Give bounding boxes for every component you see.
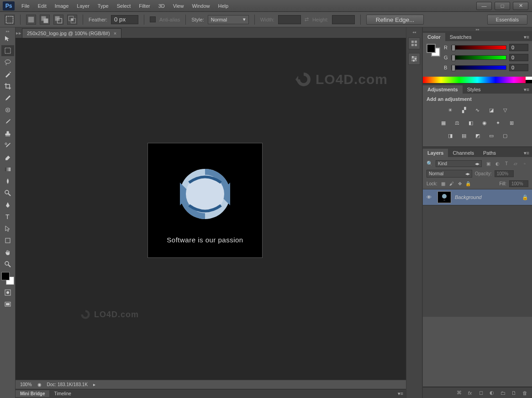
lock-all-icon[interactable]: 🔒 [465,181,471,187]
status-icon[interactable]: ◉ [37,382,42,387]
photo-filter-icon[interactable]: ◉ [480,118,489,127]
spectrum-bar[interactable] [423,77,532,83]
pen-tool[interactable] [1,199,14,210]
filter-adjust-icon[interactable]: ◐ [494,160,501,167]
doc-info-arrow[interactable]: ▸ [93,382,95,387]
workspace-switcher[interactable]: Essentials [487,15,527,25]
maximize-button[interactable]: □ [495,2,510,10]
zoom-level[interactable]: 100% [20,382,32,387]
close-tab-icon[interactable]: × [114,31,116,36]
crop-tool[interactable] [1,81,14,92]
close-button[interactable]: ✕ [513,2,528,10]
tab-timeline[interactable]: Timeline [49,390,75,397]
subtract-selection-icon[interactable] [53,15,63,25]
delete-layer-icon[interactable]: 🗑 [521,389,528,397]
posterize-icon[interactable]: ▤ [459,131,469,140]
marquee-tool[interactable] [1,45,14,56]
menu-type[interactable]: Type [94,1,113,10]
menu-help[interactable]: Help [214,1,233,10]
threshold-icon[interactable]: ◩ [473,131,482,140]
panels-handle[interactable]: ▸▸ [423,27,532,31]
selective-color-icon[interactable]: ▢ [500,131,510,140]
curves-icon[interactable]: ∿ [473,105,482,115]
properties-panel-icon[interactable] [408,53,420,65]
layer-style-icon[interactable]: fx [466,389,474,397]
tab-color[interactable]: Color [423,33,445,41]
color-panel-swatches[interactable] [427,44,440,57]
menu-edit[interactable]: Edit [34,1,51,10]
panel-foreground-color[interactable] [427,44,436,53]
toolbar-handle[interactable]: ▸▸ [0,29,15,33]
invert-icon[interactable]: ◨ [446,131,455,140]
gradient-map-icon[interactable]: ▭ [487,131,496,140]
brightness-icon[interactable]: ☀ [446,105,455,115]
lock-paint-icon[interactable]: 🖌 [448,181,455,187]
dodge-tool[interactable] [1,188,14,199]
menu-3d[interactable]: 3D [154,1,169,10]
tab-mini-bridge[interactable]: Mini Bridge [16,390,49,397]
new-selection-icon[interactable] [26,15,36,25]
path-selection-tool[interactable] [1,223,14,234]
b-value[interactable]: 0 [509,64,528,71]
layer-thumbnail[interactable]: ••• [437,191,451,203]
lock-position-icon[interactable]: ✥ [457,181,463,187]
magic-wand-tool[interactable] [1,69,14,80]
hue-icon[interactable]: ▦ [439,118,448,127]
r-slider[interactable] [451,45,506,50]
exposure-icon[interactable]: ◪ [487,105,496,115]
menu-layer[interactable]: Layer [73,1,94,10]
filter-type-icon[interactable]: T [503,160,510,167]
bottom-panel-menu-icon[interactable]: ▾≡ [395,390,406,398]
shape-tool[interactable] [1,235,14,246]
tab-layers[interactable]: Layers [423,149,448,157]
type-tool[interactable]: T [1,211,14,222]
minimize-button[interactable]: — [476,2,492,10]
eyedropper-tool[interactable] [1,93,14,104]
menu-select[interactable]: Select [113,1,135,10]
filter-shape-icon[interactable]: ▱ [512,160,519,167]
intersect-selection-icon[interactable] [67,15,77,25]
g-value[interactable]: 0 [509,54,528,61]
menu-view[interactable]: View [169,1,188,10]
hand-tool[interactable] [1,247,14,258]
blend-mode-select[interactable]: Normal◂▸ [427,170,472,178]
gradient-tool[interactable] [1,164,14,175]
stamp-tool[interactable] [1,128,14,139]
tab-handle[interactable]: ▸▸ [16,28,22,38]
eraser-tool[interactable] [1,152,14,163]
new-fill-icon[interactable]: ◐ [488,389,495,397]
levels-icon[interactable]: ▞ [459,105,469,115]
refine-edge-button[interactable]: Refine Edge... [366,15,424,25]
canvas[interactable]: Software is our passion [148,143,262,257]
tab-paths[interactable]: Paths [479,149,500,157]
tab-adjustments[interactable]: Adjustments [423,85,463,94]
marquee-tool-icon[interactable] [5,15,15,25]
layers-panel-menu-icon[interactable]: ▾≡ [521,149,532,157]
link-layers-icon[interactable]: ⌘ [455,389,463,397]
style-select[interactable]: Normal▾ [208,15,249,24]
b-slider[interactable] [451,65,506,70]
document-tab[interactable]: 250x250_logo.jpg @ 100% (RGB/8#) × [22,28,121,38]
layer-name[interactable]: Background [455,194,518,200]
color-swatches[interactable] [1,272,14,285]
canvas-area[interactable]: LO4D.com LO4D.com [16,38,406,380]
menu-image[interactable]: Image [51,1,73,10]
g-slider[interactable] [451,55,506,60]
new-layer-icon[interactable]: 🗋 [510,389,517,397]
lasso-tool[interactable] [1,57,14,68]
filter-smart-icon[interactable]: ▫ [521,160,528,167]
healing-tool[interactable] [1,105,14,115]
color-lookup-icon[interactable]: ⊞ [507,118,516,127]
blur-tool[interactable] [1,176,14,187]
menu-file[interactable]: File [17,1,34,10]
layer-visibility-icon[interactable]: 👁 [427,194,434,200]
layer-mask-icon[interactable]: ◻ [477,389,485,397]
new-group-icon[interactable]: 🗀 [499,389,506,397]
adjustments-panel-menu-icon[interactable]: ▾≡ [521,86,532,94]
menu-window[interactable]: Window [188,1,214,10]
tab-channels[interactable]: Channels [448,149,478,157]
dock-handle[interactable]: ◂◂ [406,30,422,34]
color-panel-menu-icon[interactable]: ▾≡ [521,33,532,41]
bw-icon[interactable]: ◧ [466,118,475,127]
r-value[interactable]: 0 [509,44,528,51]
